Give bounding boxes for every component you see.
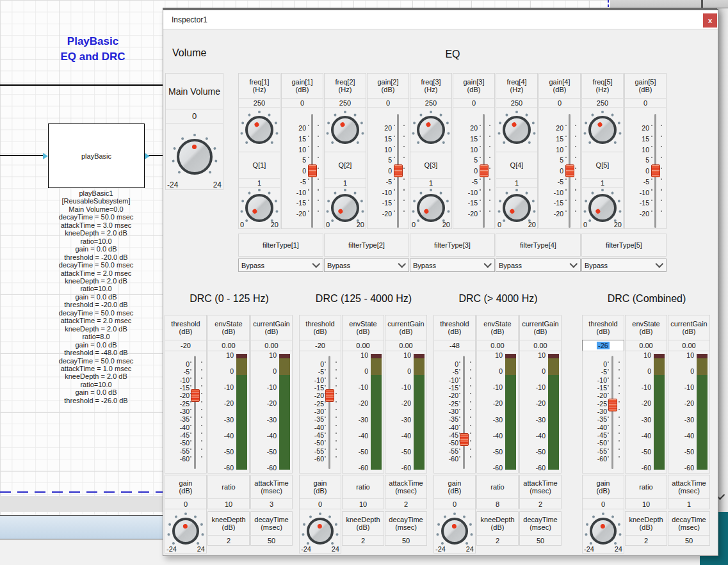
gain-knob[interactable]: -24 24: [165, 509, 207, 553]
chevron-down-icon: [569, 260, 578, 268]
kneedepth-value[interactable]: 2: [207, 535, 250, 546]
threshold-value[interactable]: -20: [299, 340, 341, 351]
threshold-slider[interactable]: 0-5-10-15-20-25-30-35-40-45-50-55-60: [433, 351, 476, 473]
gain-slider-handle[interactable]: [651, 164, 660, 177]
gain-slider[interactable]: 20151050-5-10-15-20: [453, 107, 495, 229]
q-value[interactable]: 1: [324, 178, 366, 187]
gain-slider-handle[interactable]: [565, 164, 574, 177]
decaytime-value[interactable]: 50: [668, 535, 710, 546]
kneedepth-value[interactable]: 2: [625, 535, 667, 546]
knob-min-label: -24: [167, 180, 178, 189]
gain-value[interactable]: 0: [433, 498, 476, 509]
output-port-icon: [145, 153, 150, 159]
main-volume-label: Main Volume: [165, 73, 223, 109]
filtertype-label: filterType[3]: [410, 234, 495, 257]
envstate-value: 0.00: [207, 340, 250, 351]
q-knob[interactable]: 0 20: [324, 187, 366, 229]
gain-value[interactable]: 0: [624, 98, 667, 107]
q-knob[interactable]: 0 20: [581, 187, 624, 229]
gain-slider[interactable]: 20151050-5-10-15-20: [281, 107, 323, 229]
freq-knob[interactable]: [324, 107, 366, 152]
gain-value[interactable]: 0: [299, 498, 341, 509]
gain-value[interactable]: 0: [367, 98, 409, 107]
ratio-value[interactable]: 10: [342, 498, 384, 509]
q-value[interactable]: 1: [410, 178, 452, 187]
filtertype-select[interactable]: Bypass: [496, 259, 581, 272]
attacktime-value[interactable]: 3: [250, 498, 293, 509]
decaytime-value[interactable]: 50: [385, 535, 427, 546]
freq-knob[interactable]: [581, 107, 624, 152]
threshold-slider-handle[interactable]: [460, 433, 469, 446]
attacktime-value[interactable]: 2: [385, 498, 427, 509]
freq-value[interactable]: 250: [324, 98, 366, 107]
gain-value[interactable]: 0: [453, 98, 495, 107]
gain-value[interactable]: 0: [281, 98, 323, 107]
currentgain-header: currentGain(dB): [250, 315, 293, 340]
kneedepth-value[interactable]: 2: [342, 535, 384, 546]
q-knob[interactable]: 0 20: [496, 187, 538, 229]
gain-slider-handle[interactable]: [480, 164, 489, 177]
currentgain-header: currentGain(dB): [668, 315, 710, 340]
freq-value[interactable]: 250: [496, 98, 538, 107]
envstate-header: envState(dB): [207, 315, 250, 340]
threshold-slider[interactable]: 0-5-10-15-20-25-30-35-40-45-50-55-60: [299, 351, 341, 473]
main-volume-value[interactable]: 0: [165, 109, 223, 123]
close-button[interactable]: x: [703, 13, 717, 28]
model-title-line1: PlayBasic: [35, 34, 150, 49]
q-label: Q[1]: [238, 152, 280, 179]
gain-value[interactable]: 0: [165, 498, 207, 509]
main-volume-knob[interactable]: -24 24: [165, 123, 223, 190]
q-knob[interactable]: 0 20: [238, 187, 280, 229]
filtertype-select[interactable]: Bypass: [410, 259, 495, 272]
ratio-value[interactable]: 10: [207, 498, 250, 509]
gain-slider-handle[interactable]: [308, 164, 317, 177]
freq-knob[interactable]: [496, 107, 538, 152]
decaytime-label: decayTime(msec): [250, 511, 293, 536]
ratio-value[interactable]: 10: [625, 498, 667, 509]
freq-knob[interactable]: [410, 107, 452, 152]
gain-slider[interactable]: 20151050-5-10-15-20: [367, 107, 409, 229]
q-value[interactable]: 1: [496, 178, 538, 187]
attacktime-value[interactable]: 2: [519, 498, 562, 509]
volume-knob-control[interactable]: [177, 139, 213, 175]
attacktime-value[interactable]: 1: [668, 498, 710, 509]
threshold-slider-handle[interactable]: [325, 389, 334, 402]
ratio-value[interactable]: 8: [476, 498, 519, 509]
gain-slider[interactable]: 20151050-5-10-15-20: [538, 107, 581, 229]
gain-knob[interactable]: -24 24: [299, 509, 341, 553]
freq-knob[interactable]: [238, 107, 280, 152]
gain-value[interactable]: 0: [582, 498, 624, 509]
threshold-value[interactable]: -20: [165, 340, 207, 351]
filtertype-select[interactable]: Bypass: [324, 259, 409, 272]
signal-wire-in: [0, 155, 44, 156]
q-value[interactable]: 1: [238, 178, 280, 187]
threshold-edit-field[interactable]: -26: [582, 340, 624, 351]
threshold-slider-handle[interactable]: [191, 389, 200, 402]
playbasic-block[interactable]: playBasic: [48, 123, 145, 188]
threshold-slider[interactable]: 0-5-10-15-20-25-30-35-40-45-50-55-60: [165, 351, 207, 473]
filtertype-value: Bypass: [241, 262, 264, 269]
inspector-titlebar[interactable]: Inspector1 x: [163, 10, 718, 29]
gain-knob[interactable]: -24 24: [433, 509, 476, 553]
decaytime-value[interactable]: 50: [519, 535, 562, 546]
threshold-value[interactable]: -48: [433, 340, 476, 351]
attacktime-header: attackTime(msec): [668, 475, 710, 499]
gain-knob[interactable]: -24 24: [582, 509, 624, 553]
gain-slider-handle[interactable]: [394, 164, 403, 177]
decaytime-value[interactable]: 50: [250, 535, 293, 546]
filtertype-select[interactable]: Bypass: [581, 259, 667, 272]
freq-value[interactable]: 250: [238, 98, 280, 107]
q-value[interactable]: 1: [581, 178, 624, 187]
gain-slider[interactable]: 20151050-5-10-15-20: [624, 107, 667, 229]
q-knob[interactable]: 0 20: [410, 187, 452, 229]
threshold-slider[interactable]: 0-5-10-15-20-25-30-35-40-45-50-55-60: [582, 351, 624, 473]
threshold-slider-handle[interactable]: [608, 399, 617, 411]
chevron-down-icon: [483, 260, 492, 268]
filtertype-select[interactable]: Bypass: [238, 259, 323, 272]
gain-value[interactable]: 0: [538, 98, 581, 107]
freq-value[interactable]: 250: [581, 98, 624, 107]
window-shadow: [717, 8, 728, 514]
ratio-header: ratio: [207, 475, 250, 499]
freq-value[interactable]: 250: [410, 98, 452, 107]
kneedepth-value[interactable]: 2: [476, 535, 519, 546]
